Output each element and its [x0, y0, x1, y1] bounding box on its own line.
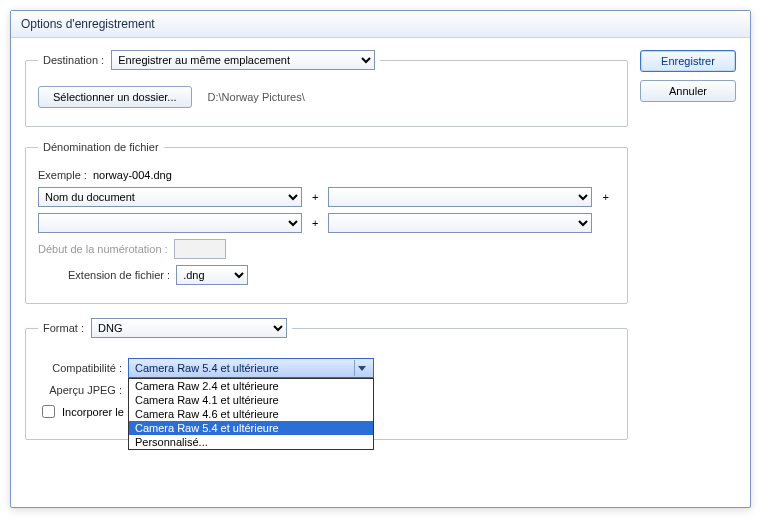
begin-numbering-input — [174, 239, 226, 259]
example-value: norway-004.dng — [93, 169, 172, 181]
compat-dropdown-button[interactable]: Camera Raw 5.4 et ultérieure — [128, 358, 374, 378]
destination-path: D:\Norway Pictures\ — [198, 91, 305, 103]
begin-numbering-label: Début de la numérotation : — [38, 243, 168, 255]
compat-option-2[interactable]: Camera Raw 4.6 et ultérieure — [129, 407, 373, 421]
compat-option-1[interactable]: Camera Raw 4.1 et ultérieure — [129, 393, 373, 407]
plus-1: + — [308, 191, 322, 203]
compat-option-0[interactable]: Camera Raw 2.4 et ultérieure — [129, 379, 373, 393]
format-legend: Format : DNG — [38, 318, 292, 338]
filename-segment-4[interactable] — [328, 213, 592, 233]
format-select[interactable]: DNG — [91, 318, 287, 338]
plus-2: + — [598, 191, 612, 203]
destination-group: Destination : Enregistrer au même emplac… — [25, 50, 628, 127]
compat-label: Compatibilité : — [38, 362, 122, 374]
format-group: Format : DNG Compatibilité : Camera Raw … — [25, 318, 628, 440]
dialog-title: Options d'enregistrement — [11, 11, 750, 38]
jpeg-preview-label: Aperçu JPEG : — [38, 384, 122, 396]
cancel-button[interactable]: Annuler — [640, 80, 736, 102]
destination-legend: Destination : Enregistrer au même emplac… — [38, 50, 380, 70]
embed-label: Incorporer le — [62, 406, 124, 418]
extension-label: Extension de fichier : — [68, 269, 170, 281]
destination-legend-text: Destination : — [43, 54, 104, 66]
filename-segment-3[interactable] — [38, 213, 302, 233]
embed-checkbox-row[interactable]: Incorporer le — [38, 402, 124, 421]
extension-select[interactable]: .dng — [176, 265, 248, 285]
chevron-down-icon — [354, 360, 369, 376]
destination-location-select[interactable]: Enregistrer au même emplacement — [111, 50, 375, 70]
compat-option-4[interactable]: Personnalisé... — [129, 435, 373, 449]
filename-segment-1[interactable]: Nom du document — [38, 187, 302, 207]
select-folder-button[interactable]: Sélectionner un dossier... — [38, 86, 192, 108]
options-dialog: Options d'enregistrement Destination : E… — [10, 10, 751, 508]
file-naming-legend: Dénomination de fichier — [38, 141, 164, 153]
example-label: Exemple : — [38, 169, 87, 181]
compat-dropdown[interactable]: Camera Raw 5.4 et ultérieure Camera Raw … — [128, 358, 374, 378]
compat-dropdown-list[interactable]: Camera Raw 2.4 et ultérieure Camera Raw … — [128, 378, 374, 450]
compat-option-3[interactable]: Camera Raw 5.4 et ultérieure — [129, 421, 373, 435]
compat-selected-value: Camera Raw 5.4 et ultérieure — [135, 362, 279, 374]
plus-3: + — [308, 217, 322, 229]
file-naming-group: Dénomination de fichier Exemple : norway… — [25, 141, 628, 304]
save-button[interactable]: Enregistrer — [640, 50, 736, 72]
embed-checkbox[interactable] — [42, 405, 55, 418]
filename-segment-2[interactable] — [328, 187, 592, 207]
svg-marker-0 — [358, 366, 366, 371]
format-legend-text: Format : — [43, 322, 84, 334]
